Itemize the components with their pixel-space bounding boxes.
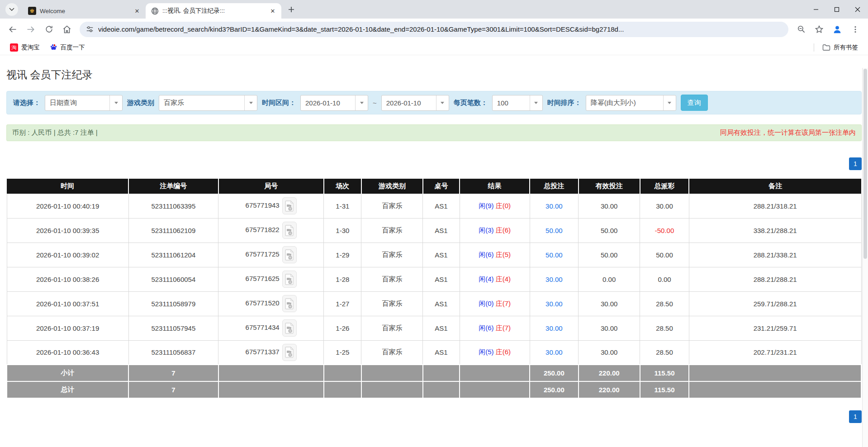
cell-payout: 50.00	[640, 243, 689, 267]
cell-table-id: AS1	[423, 267, 460, 291]
video-replay-button[interactable]	[282, 344, 297, 361]
dropdown-arrow-icon[interactable]	[109, 95, 122, 110]
reload-button[interactable]	[41, 21, 57, 38]
cell-time: 2026-01-10 00:37:51	[7, 291, 128, 316]
cell-bet-id: 523111063395	[128, 194, 218, 218]
new-tab-button[interactable]	[285, 3, 298, 16]
tab-close-icon[interactable]: ✕	[269, 7, 277, 15]
per-page-label: 每页笔数：	[454, 99, 488, 107]
page-title: 视讯 会员下注纪录	[6, 68, 862, 82]
column-header: 注单编号	[128, 179, 218, 194]
table-row: 2026-01-10 00:40:19523111063395675771943…	[7, 194, 861, 218]
total-bet-link[interactable]: 30.00	[545, 324, 563, 332]
cell-payout: 30.00	[640, 194, 689, 218]
result-player: 闲(0)	[479, 300, 493, 307]
total-bet-link[interactable]: 30.00	[545, 276, 563, 283]
minimize-button[interactable]	[806, 0, 826, 19]
game-kind-value: 百家乐	[159, 95, 244, 110]
tab-close-icon[interactable]: ✕	[133, 7, 141, 15]
tab-welcome[interactable]: ♚ Welcome ✕	[23, 3, 146, 19]
cell-payout: 28.50	[640, 340, 689, 365]
cell-result: 闲(6) 庄(7)	[460, 316, 530, 340]
dropdown-arrow-icon[interactable]	[355, 95, 368, 110]
table-row: 2026-01-10 00:36:43523111056837675771337…	[7, 340, 861, 365]
dropdown-arrow-icon[interactable]	[663, 95, 676, 110]
total-cell-2	[218, 381, 324, 398]
cell-valid-bet: 30.00	[579, 291, 640, 316]
window-controls	[806, 0, 868, 19]
sort-select[interactable]: 降幂(由大到小)	[586, 95, 676, 111]
dropdown-arrow-icon[interactable]	[530, 95, 542, 110]
total-bet-link[interactable]: 50.00	[545, 227, 563, 234]
video-replay-button[interactable]	[282, 197, 297, 214]
search-button[interactable]: 查询	[681, 95, 708, 111]
cell-bet-id: 523111062109	[128, 218, 218, 243]
query-type-select[interactable]: 日期查询	[45, 95, 123, 111]
pagination-page-1-top[interactable]: 1	[849, 157, 862, 170]
cell-valid-bet: 30.00	[579, 316, 640, 340]
cell-time: 2026-01-10 00:40:19	[7, 194, 128, 218]
cell-result: 闲(6) 庄(5)	[460, 243, 530, 267]
bookmark-baidu[interactable]: 百度一下	[46, 42, 89, 53]
subtotal-row: 小计7250.00220.00115.50	[7, 365, 861, 381]
bet-records-table: 时间注单编号局号场次游戏类别桌号结果总投注有效投注总派彩备注 2026-01-1…	[6, 179, 862, 399]
total-bet-link[interactable]: 50.00	[545, 251, 563, 259]
table-row: 2026-01-10 00:39:35523111062109675771822…	[7, 218, 861, 243]
table-row: 2026-01-10 00:39:02523111061204675771725…	[7, 243, 861, 267]
cell-session: 1-29	[324, 243, 361, 267]
cell-total-bet: 30.00	[530, 194, 579, 218]
video-replay-button[interactable]	[282, 246, 297, 263]
back-button[interactable]	[5, 21, 21, 38]
video-replay-button[interactable]	[282, 319, 297, 337]
cell-note: 288.21/288.21	[689, 267, 861, 291]
cell-time: 2026-01-10 00:39:35	[7, 218, 128, 243]
user-avatar-icon	[832, 24, 842, 34]
video-replay-button[interactable]	[282, 222, 297, 239]
total-cell-10	[689, 381, 861, 398]
valid-bet-notice-text: 同局有效投注，统一计算在该局第一张注单内	[720, 128, 856, 137]
dropdown-arrow-icon[interactable]	[436, 95, 449, 110]
bookmark-aitaobao[interactable]: 淘 爱淘宝	[6, 42, 43, 53]
profile-avatar[interactable]	[829, 21, 845, 38]
taobao-icon: 淘	[10, 43, 18, 52]
bookmark-star-button[interactable]	[811, 21, 827, 38]
result-player: 闲(3)	[479, 226, 493, 234]
cell-note: 338.21/288.21	[689, 218, 861, 243]
bookmark-label: 百度一下	[61, 43, 85, 52]
pagination-page-1-bottom[interactable]: 1	[849, 410, 862, 423]
per-page-select[interactable]: 100	[492, 95, 543, 111]
date-end-input[interactable]: 2026-01-10	[381, 95, 449, 111]
column-header: 时间	[7, 179, 128, 194]
game-kind-select[interactable]: 百家乐	[159, 95, 257, 111]
address-bar[interactable]: videoie.com/game/betrecord_search/kind3?…	[80, 22, 788, 37]
result-banker: 庄(6)	[496, 348, 511, 356]
tab-bet-record[interactable]: :::视讯. 会员下注纪录::: ✕	[146, 3, 281, 19]
video-replay-button[interactable]	[282, 271, 297, 288]
round-number: 675771943	[246, 201, 280, 209]
video-replay-button[interactable]	[282, 295, 297, 312]
round-number: 675771822	[246, 226, 280, 233]
chevron-down-icon	[9, 8, 14, 11]
total-bet-link[interactable]: 30.00	[545, 300, 563, 308]
total-bet-link[interactable]: 30.00	[545, 202, 563, 210]
menu-button[interactable]	[847, 21, 863, 38]
total-cell-9: 115.50	[640, 381, 689, 398]
cell-payout: 0.00	[640, 267, 689, 291]
all-bookmarks-button[interactable]: 所有书签	[819, 42, 862, 53]
date-start-input[interactable]: 2026-01-10	[300, 95, 368, 111]
round-number: 675771337	[246, 348, 280, 356]
close-window-button[interactable]	[847, 0, 868, 19]
cell-session: 1-28	[324, 267, 361, 291]
bookmarks-separator	[814, 43, 814, 52]
home-button[interactable]	[59, 21, 75, 38]
total-bet-link[interactable]: 30.00	[545, 348, 563, 356]
total-cell-4	[361, 381, 423, 398]
dropdown-arrow-icon[interactable]	[244, 95, 257, 110]
scrollbar[interactable]	[862, 68, 868, 447]
scrollbar-thumb[interactable]	[863, 69, 867, 259]
tab-title: Welcome	[40, 8, 129, 14]
maximize-button[interactable]	[826, 0, 847, 19]
zoom-button[interactable]	[793, 21, 809, 38]
tab-search-button[interactable]	[5, 3, 18, 16]
forward-button[interactable]	[23, 21, 39, 38]
